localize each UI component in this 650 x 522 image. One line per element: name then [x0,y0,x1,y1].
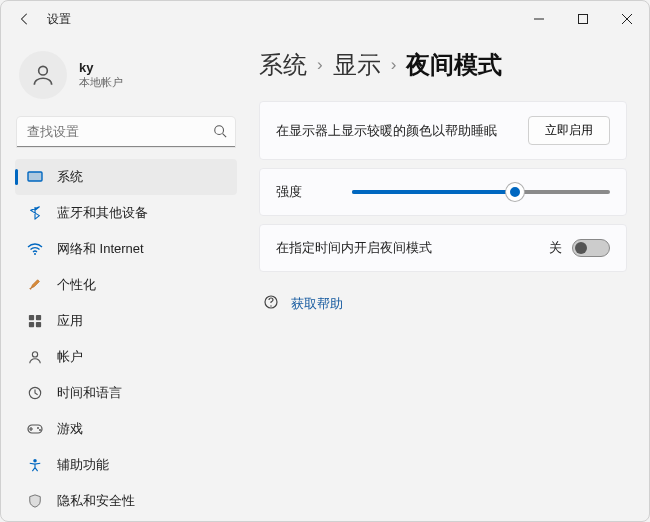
search-icon [213,124,227,142]
maximize-button[interactable] [561,1,605,37]
game-icon [27,421,43,437]
sidebar-item-label: 游戏 [57,420,83,438]
svg-rect-9 [36,315,41,320]
schedule-toggle[interactable] [572,239,610,257]
apps-icon [27,313,43,329]
minimize-button[interactable] [517,1,561,37]
svg-point-17 [33,459,37,463]
svg-rect-8 [29,315,34,320]
sidebar-item-label: 网络和 Internet [57,240,144,258]
sidebar-item-update[interactable]: Windows 更新 [15,519,237,521]
search-box[interactable] [17,117,235,147]
system-icon [27,169,43,185]
enable-now-button[interactable]: 立即启用 [528,116,610,145]
svg-point-2 [39,66,48,75]
sidebar-item-personalization[interactable]: 个性化 [15,267,237,303]
user-profile[interactable]: ky 本地帐户 [15,45,237,113]
accessibility-icon [27,457,43,473]
sidebar-item-gaming[interactable]: 游戏 [15,411,237,447]
close-button[interactable] [605,1,649,37]
account-type: 本地帐户 [79,75,123,90]
user-name: ky [79,60,123,75]
card-strength: 强度 [259,168,627,216]
svg-point-7 [34,253,36,255]
sidebar-item-label: 帐户 [57,348,83,366]
svg-rect-10 [29,322,34,327]
breadcrumb-system[interactable]: 系统 [259,49,307,81]
brush-icon [27,277,43,293]
window-title: 设置 [47,11,71,28]
sidebar-item-network[interactable]: 网络和 Internet [15,231,237,267]
strength-slider[interactable] [352,190,610,194]
page-title: 夜间模式 [406,49,502,81]
svg-point-12 [32,352,37,357]
svg-rect-6 [28,172,42,181]
sidebar-item-label: 个性化 [57,276,96,294]
svg-rect-1 [579,15,588,24]
sidebar-item-accessibility[interactable]: 辅助功能 [15,447,237,483]
sidebar-item-label: 蓝牙和其他设备 [57,204,148,222]
chevron-right-icon: › [391,55,397,75]
svg-point-20 [270,305,271,306]
svg-line-4 [223,134,227,138]
strength-label: 强度 [276,183,302,201]
bluetooth-icon [27,205,43,221]
help-icon [263,294,279,313]
toggle-state-text: 关 [549,239,562,257]
person-icon [27,349,43,365]
get-help-link[interactable]: 获取帮助 [291,295,343,313]
sidebar-item-label: 隐私和安全性 [57,492,135,510]
sidebar-item-privacy[interactable]: 隐私和安全性 [15,483,237,519]
slider-thumb[interactable] [506,183,524,201]
clock-icon [27,385,43,401]
shield-icon [27,493,43,509]
search-input[interactable] [17,117,235,147]
sidebar-item-system[interactable]: 系统 [15,159,237,195]
wifi-icon [27,241,43,257]
svg-point-15 [37,427,39,429]
breadcrumb: 系统 › 显示 › 夜间模式 [259,49,627,81]
enable-desc: 在显示器上显示较暖的颜色以帮助睡眠 [276,122,497,140]
sidebar-item-label: 应用 [57,312,83,330]
svg-point-16 [39,429,41,431]
svg-point-3 [215,126,224,135]
chevron-right-icon: › [317,55,323,75]
sidebar-item-time[interactable]: 时间和语言 [15,375,237,411]
breadcrumb-display[interactable]: 显示 [333,49,381,81]
sidebar-item-label: 系统 [57,168,83,186]
card-enable: 在显示器上显示较暖的颜色以帮助睡眠 立即启用 [259,101,627,160]
sidebar-item-accounts[interactable]: 帐户 [15,339,237,375]
avatar [19,51,67,99]
sidebar-item-label: 辅助功能 [57,456,109,474]
back-button[interactable] [13,7,37,31]
card-schedule[interactable]: 在指定时间内开启夜间模式 关 [259,224,627,272]
svg-rect-11 [36,322,41,327]
sidebar-item-bluetooth[interactable]: 蓝牙和其他设备 [15,195,237,231]
sidebar-item-apps[interactable]: 应用 [15,303,237,339]
schedule-label: 在指定时间内开启夜间模式 [276,239,432,257]
sidebar-item-label: 时间和语言 [57,384,122,402]
